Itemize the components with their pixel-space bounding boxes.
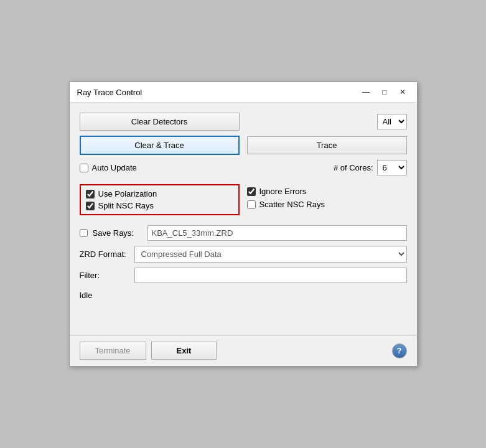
minimize-button[interactable]: — (358, 87, 373, 97)
scatter-nsc-rays-row: Scatter NSC Rays (247, 200, 407, 209)
zrd-format-label: ZRD Format: (80, 250, 129, 259)
ignore-errors-label: Ignore Errors (259, 187, 307, 196)
window-title: Ray Trace Control (77, 88, 143, 97)
ignore-errors-row: Ignore Errors (247, 187, 407, 196)
content-area: Clear Detectors All Clear & Trace Trace (70, 103, 417, 310)
clear-trace-cell: Clear & Trace (80, 136, 240, 155)
highlighted-group-cell: Use Polarization Split NSC Rays (80, 184, 240, 220)
all-dropdown-cell: All (247, 114, 407, 129)
save-rays-label: Save Rays: (93, 228, 143, 238)
auto-update-cell: Auto Update (80, 163, 240, 176)
row-3: Auto Update # of Cores: 6 (80, 160, 407, 179)
save-rays-input[interactable] (147, 225, 407, 241)
auto-update-label: Auto Update (92, 163, 137, 172)
all-dropdown-row: All (247, 114, 407, 129)
use-polarization-label: Use Polarization (98, 189, 157, 198)
split-nsc-rays-label: Split NSC Rays (98, 201, 154, 210)
help-button[interactable]: ? (392, 343, 407, 358)
terminate-button[interactable]: Terminate (80, 342, 146, 360)
errors-scatter-cell: Ignore Errors Scatter NSC Rays (247, 184, 407, 213)
save-rays-row: Save Rays: (80, 225, 407, 241)
zrd-format-select[interactable]: Compressed Full Data (134, 246, 407, 263)
scatter-nsc-rays-checkbox[interactable] (247, 200, 256, 209)
maximize-button[interactable]: □ (378, 87, 390, 97)
zrd-format-row: ZRD Format: Compressed Full Data (80, 246, 407, 263)
split-nsc-rays-checkbox[interactable] (86, 202, 95, 210)
auto-update-checkbox[interactable] (80, 164, 88, 172)
status-text: Idle (80, 288, 407, 302)
ray-trace-control-window: Ray Trace Control — □ ✕ Clear Detectors … (69, 82, 418, 366)
cores-row: # of Cores: 6 (247, 160, 407, 175)
title-bar: Ray Trace Control — □ ✕ (70, 82, 417, 103)
scatter-nsc-rays-label: Scatter NSC Rays (259, 200, 325, 209)
filter-row: Filter: (80, 268, 407, 283)
use-polarization-row: Use Polarization (86, 189, 233, 198)
ignore-errors-checkbox[interactable] (247, 187, 256, 196)
row-4: Use Polarization Split NSC Rays Ignore E… (80, 184, 407, 220)
cores-select[interactable]: 6 (377, 160, 407, 175)
trace-button[interactable]: Trace (247, 136, 407, 154)
close-button[interactable]: ✕ (396, 87, 409, 97)
row-2: Clear & Trace Trace (80, 136, 407, 155)
bottom-bar: Terminate Exit ? (70, 335, 417, 366)
title-bar-controls: — □ ✕ (358, 87, 409, 97)
auto-update-row: Auto Update (80, 163, 240, 172)
filter-input[interactable] (134, 268, 407, 283)
clear-detectors-cell: Clear Detectors (80, 113, 240, 131)
clear-detectors-button[interactable]: Clear Detectors (80, 113, 240, 131)
trace-cell: Trace (247, 136, 407, 154)
exit-button[interactable]: Exit (151, 342, 217, 360)
row-1: Clear Detectors All (80, 113, 407, 131)
filter-label: Filter: (80, 271, 129, 280)
cores-label: # of Cores: (334, 163, 373, 172)
use-polarization-checkbox[interactable] (86, 190, 95, 198)
all-select[interactable]: All (377, 114, 407, 129)
clear-trace-button[interactable]: Clear & Trace (80, 136, 240, 155)
split-nsc-rays-row: Split NSC Rays (86, 201, 233, 210)
polarization-group: Use Polarization Split NSC Rays (80, 184, 240, 215)
save-rays-checkbox[interactable] (80, 229, 88, 237)
cores-cell: # of Cores: 6 (247, 160, 407, 179)
